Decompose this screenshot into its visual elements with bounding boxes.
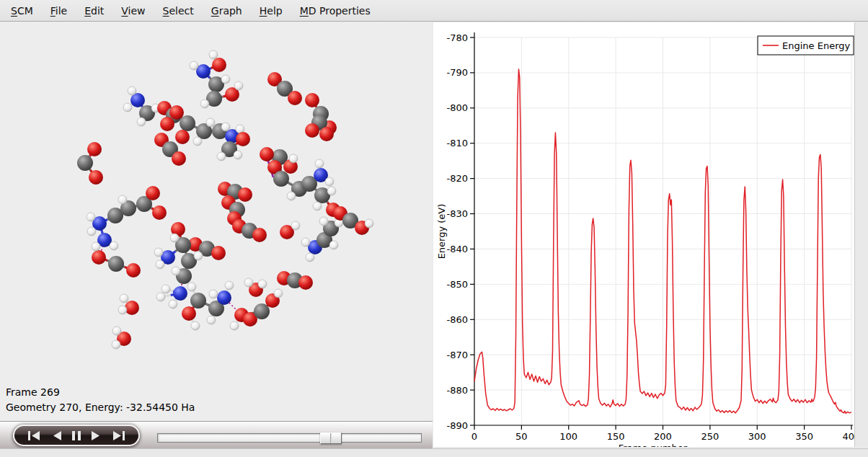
atom-H bbox=[217, 152, 226, 161]
atom-O bbox=[319, 127, 334, 141]
atom-H bbox=[234, 81, 243, 90]
atom-O bbox=[238, 187, 252, 202]
atom-H bbox=[154, 248, 163, 257]
atom-H bbox=[315, 159, 324, 168]
menu-bar: SCMFileEditViewSelectGraphHelpMD Propert… bbox=[0, 0, 868, 22]
geometry-energy-label: Geometry 270, Energy: -32.54450 Ha bbox=[6, 400, 195, 415]
atom-H bbox=[221, 123, 230, 131]
atom-H bbox=[207, 316, 216, 324]
step-back-icon bbox=[51, 430, 63, 441]
playback-bar bbox=[0, 422, 433, 448]
play-button[interactable] bbox=[89, 429, 103, 443]
atom-H bbox=[172, 267, 180, 275]
atom-H bbox=[190, 61, 198, 70]
atom-N bbox=[173, 286, 187, 301]
atom-H bbox=[230, 321, 239, 330]
atom-H bbox=[123, 103, 132, 112]
atom-C bbox=[77, 155, 93, 171]
atom-O bbox=[152, 205, 167, 220]
energy-chart-panel[interactable]: -780-790-800-810-820-830-840-850-860-870… bbox=[433, 22, 855, 447]
menu-item-view[interactable]: View bbox=[115, 2, 151, 19]
atom-H bbox=[200, 99, 209, 108]
atom-H bbox=[209, 50, 218, 59]
menu-item-md-properties[interactable]: MD Properties bbox=[293, 2, 377, 19]
atom-C bbox=[273, 171, 289, 187]
atom-C bbox=[254, 303, 270, 319]
atom-H bbox=[112, 340, 120, 349]
atom-H bbox=[193, 137, 202, 146]
atom-O bbox=[172, 151, 186, 166]
atom-O bbox=[305, 123, 319, 138]
energy-chart: -780-790-800-810-820-830-840-850-860-870… bbox=[433, 22, 855, 447]
atom-O bbox=[260, 147, 274, 161]
frame-status: Frame 269 Geometry 270, Energy: -32.5445… bbox=[6, 385, 195, 415]
atom-H bbox=[156, 260, 164, 269]
y-axis-label: Energy (eV) bbox=[436, 204, 447, 259]
atom-O bbox=[89, 170, 103, 185]
atom-O bbox=[125, 301, 139, 315]
atom-O bbox=[175, 130, 190, 144]
atom-O bbox=[236, 132, 250, 146]
atom-H bbox=[187, 283, 196, 291]
atom-C bbox=[180, 115, 195, 131]
atom-H bbox=[170, 234, 179, 242]
atom-H bbox=[92, 242, 100, 251]
molecule-scene bbox=[0, 22, 433, 422]
menu-item-help[interactable]: Help bbox=[253, 2, 289, 19]
atom-N bbox=[217, 290, 231, 305]
x-axis-label: Frame number bbox=[619, 443, 688, 447]
y-tick-label: -840 bbox=[446, 244, 468, 254]
menu-item-edit[interactable]: Edit bbox=[78, 2, 110, 19]
y-tick-label: -780 bbox=[446, 32, 468, 43]
atom-H bbox=[325, 177, 334, 186]
atom-O bbox=[160, 117, 174, 131]
atom-H bbox=[313, 202, 322, 210]
atom-H bbox=[209, 290, 218, 298]
skip-end-button[interactable] bbox=[110, 429, 128, 443]
atom-H bbox=[365, 219, 373, 228]
atom-H bbox=[137, 117, 146, 126]
atom-O bbox=[288, 91, 302, 105]
atom-H bbox=[327, 187, 336, 195]
y-tick-label: -820 bbox=[446, 173, 468, 184]
atom-H bbox=[87, 213, 95, 221]
y-tick-label: -790 bbox=[446, 67, 468, 78]
y-tick-label: -870 bbox=[446, 350, 468, 360]
atom-H bbox=[291, 221, 300, 230]
x-tick-label: 350 bbox=[795, 431, 813, 442]
skip-end-icon bbox=[111, 430, 127, 441]
x-tick-label: 0 bbox=[471, 431, 477, 442]
menu-item-file[interactable]: File bbox=[44, 2, 74, 19]
x-tick-label: 200 bbox=[654, 431, 672, 442]
atom-H bbox=[118, 306, 127, 314]
atom-H bbox=[169, 300, 177, 309]
y-tick-label: -890 bbox=[446, 420, 468, 431]
y-tick-label: -860 bbox=[446, 314, 468, 325]
x-tick-label: 50 bbox=[515, 431, 528, 442]
y-tick-label: -800 bbox=[446, 102, 468, 113]
pause-icon bbox=[71, 430, 81, 441]
atom-C bbox=[108, 256, 124, 272]
atom-O bbox=[169, 105, 184, 120]
menu-item-graph[interactable]: Graph bbox=[205, 2, 249, 19]
frame-slider-track[interactable] bbox=[157, 433, 422, 443]
atom-O bbox=[212, 58, 226, 72]
atom-H bbox=[329, 241, 338, 249]
step-back-button[interactable] bbox=[50, 429, 64, 443]
frame-slider-thumb[interactable] bbox=[320, 432, 342, 444]
skip-start-icon bbox=[26, 430, 42, 441]
menu-item-scm[interactable]: SCM bbox=[4, 2, 40, 19]
molecule-viewer[interactable]: Frame 269 Geometry 270, Energy: -32.5445… bbox=[0, 22, 433, 422]
y-tick-label: -810 bbox=[446, 138, 468, 148]
atom-H bbox=[110, 241, 118, 250]
atom-O bbox=[211, 246, 226, 260]
atom-H bbox=[112, 327, 121, 335]
x-tick-label: 400 bbox=[843, 431, 855, 442]
skip-start-button[interactable] bbox=[25, 429, 43, 443]
pause-button[interactable] bbox=[70, 429, 83, 443]
menu-item-select[interactable]: Select bbox=[156, 2, 200, 19]
atom-O bbox=[305, 93, 319, 107]
bottom-strip bbox=[0, 448, 868, 457]
atom-O bbox=[182, 306, 196, 321]
atom-H bbox=[319, 217, 328, 226]
